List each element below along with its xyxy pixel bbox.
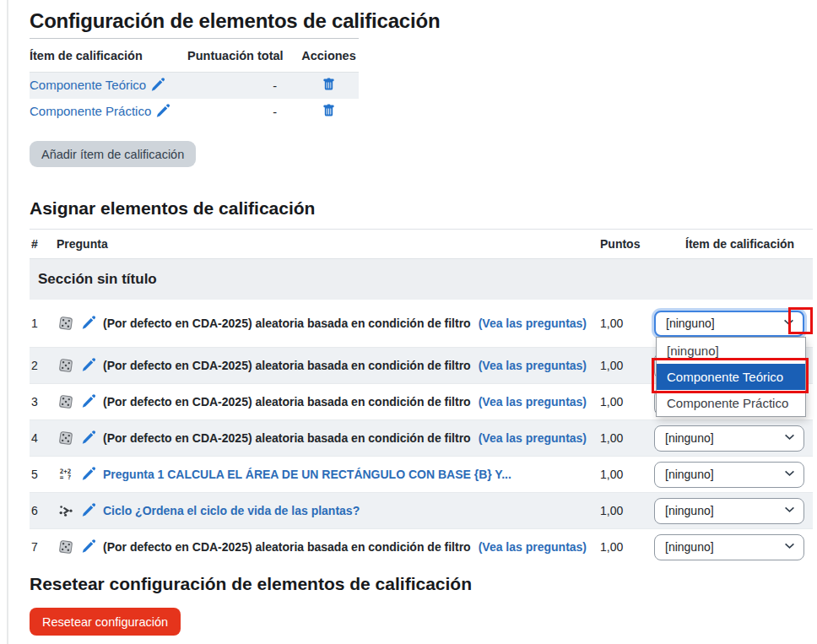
- page-left-border: [7, 0, 8, 644]
- grade-items-header-row: Ítem de calificación Puntuación total Ac…: [30, 39, 359, 73]
- view-questions-link[interactable]: (Vea las preguntas): [479, 317, 587, 330]
- question-text: (Por defecto en CDA-2025) aleatoria basa…: [103, 431, 471, 445]
- grade-item-link[interactable]: Componente Práctico: [30, 104, 151, 118]
- calculated-question-icon: 2+2= ?: [57, 468, 74, 480]
- question-points: 1,00: [600, 395, 654, 409]
- question-number: 6: [31, 504, 57, 517]
- grade-item-select[interactable]: [ninguno]: [654, 498, 804, 524]
- annotation-chevron-highlight: [788, 307, 813, 334]
- column-header-question: Pregunta: [57, 237, 600, 251]
- question-number: 3: [31, 395, 57, 409]
- trash-icon[interactable]: [322, 80, 335, 94]
- reset-section-title: Resetear configuración de elementos de c…: [30, 571, 813, 597]
- edit-pencil-icon[interactable]: [82, 430, 95, 446]
- select-value: [ninguno]: [665, 504, 714, 517]
- main-content: Configuración de elementos de calificaci…: [30, 7, 813, 636]
- question-text: (Por defecto en CDA-2025) aleatoria basa…: [103, 395, 471, 409]
- grade-item-select[interactable]: [ninguno]: [654, 425, 804, 452]
- random-question-icon: [57, 316, 74, 331]
- grade-item-link[interactable]: Componente Teórico: [30, 78, 146, 92]
- question-points: 1,00: [600, 317, 654, 330]
- edit-pencil-icon[interactable]: [151, 78, 165, 94]
- select-value: [ninguno]: [665, 431, 714, 445]
- view-questions-link[interactable]: (Vea las preguntas): [479, 359, 587, 372]
- column-header-item: Ítem de calificación: [30, 49, 187, 62]
- annotation-option-highlight: [652, 358, 809, 393]
- question-text: (Por defecto en CDA-2025) aleatoria basa…: [103, 317, 471, 330]
- random-question-icon: [57, 358, 74, 373]
- chevron-down-icon: [784, 431, 795, 445]
- question-number: 5: [31, 468, 57, 481]
- select-value: [ninguno]: [665, 540, 714, 554]
- question-number: 4: [31, 431, 57, 445]
- view-questions-link[interactable]: (Vea las preguntas): [479, 395, 587, 409]
- question-text: (Por defecto en CDA-2025) aleatoria basa…: [103, 359, 471, 372]
- column-header-points: Puntos: [600, 237, 654, 251]
- question-points: 1,00: [600, 540, 654, 554]
- column-header-grade-item: Ítem de calificación: [654, 237, 813, 251]
- column-header-number: #: [31, 237, 57, 251]
- reset-configuration-button[interactable]: Resetear configuración: [30, 608, 181, 636]
- question-row: 4 (Por defecto en CDA-2025) aleatoria ba…: [30, 419, 813, 456]
- question-number: 7: [31, 540, 57, 554]
- random-question-icon: [57, 430, 74, 446]
- edit-pencil-icon[interactable]: [82, 394, 95, 410]
- question-row: 6 Ciclo ¿Ordena el ciclo de vida de las …: [30, 492, 813, 528]
- grade-item-select[interactable]: [ninguno]: [654, 311, 804, 337]
- grade-item-total: -: [187, 106, 299, 119]
- question-row: 7 (Por defecto en CDA-2025) aleatoria ba…: [30, 528, 813, 565]
- question-link[interactable]: Pregunta 1 CALCULA EL ÁREA DE UN RECTÁNG…: [103, 468, 511, 481]
- trash-icon[interactable]: [322, 106, 335, 120]
- view-questions-link[interactable]: (Vea las preguntas): [479, 540, 587, 554]
- question-row: 5 2+2= ? Pregunta 1 CALCULA EL ÁREA DE U…: [30, 456, 813, 492]
- select-value: [ninguno]: [666, 317, 715, 330]
- question-points: 1,00: [600, 468, 654, 481]
- section-header-row: Sección sin título: [30, 259, 813, 300]
- edit-pencil-icon[interactable]: [82, 467, 95, 483]
- question-row: 1 (Por defecto en CDA-2025) aleatoria ba…: [30, 300, 813, 347]
- chevron-down-icon: [784, 540, 795, 554]
- grade-item-row: Componente Práctico -: [30, 99, 359, 125]
- random-question-icon: [57, 539, 74, 555]
- edit-pencil-icon[interactable]: [82, 503, 95, 519]
- select-value: [ninguno]: [665, 468, 714, 481]
- edit-pencil-icon[interactable]: [82, 358, 95, 374]
- view-questions-link[interactable]: (Vea las preguntas): [479, 431, 587, 445]
- assign-table: # Pregunta Puntos Ítem de calificación S…: [30, 229, 813, 565]
- grade-item-select[interactable]: [ninguno]: [654, 462, 804, 488]
- column-header-actions: Acciones: [299, 49, 359, 62]
- edit-pencil-icon[interactable]: [82, 539, 95, 555]
- assign-section-title: Asignar elementos de calificación: [30, 197, 813, 220]
- ordering-question-icon: [57, 504, 74, 517]
- question-link[interactable]: Ciclo ¿Ordena el ciclo de vida de las pl…: [103, 504, 360, 517]
- grade-items-table: Ítem de calificación Puntuación total Ac…: [30, 38, 359, 125]
- question-number: 2: [31, 359, 57, 372]
- dropdown-option[interactable]: Componente Práctico: [657, 390, 805, 416]
- question-text: (Por defecto en CDA-2025) aleatoria basa…: [103, 540, 471, 554]
- grade-item-row: Componente Teórico -: [30, 73, 359, 99]
- page-title: Configuración de elementos de calificaci…: [30, 7, 813, 35]
- question-number: 1: [31, 317, 57, 330]
- question-points: 1,00: [600, 504, 654, 517]
- chevron-down-icon: [784, 468, 795, 481]
- random-question-icon: [57, 394, 74, 409]
- edit-pencil-icon[interactable]: [156, 104, 170, 120]
- question-points: 1,00: [600, 431, 654, 445]
- column-header-total: Puntuación total: [187, 49, 299, 62]
- assign-header-row: # Pregunta Puntos Ítem de calificación: [30, 230, 813, 259]
- grade-item-select[interactable]: [ninguno]: [654, 534, 804, 560]
- edit-pencil-icon[interactable]: [82, 316, 95, 332]
- calc-icon-bottom: = ?: [60, 474, 72, 481]
- question-points: 1,00: [600, 359, 654, 372]
- add-grade-item-button[interactable]: Añadir ítem de calificación: [30, 141, 196, 167]
- chevron-down-icon: [784, 504, 795, 517]
- grade-item-total: -: [187, 79, 299, 93]
- section-title: Sección sin título: [38, 271, 157, 288]
